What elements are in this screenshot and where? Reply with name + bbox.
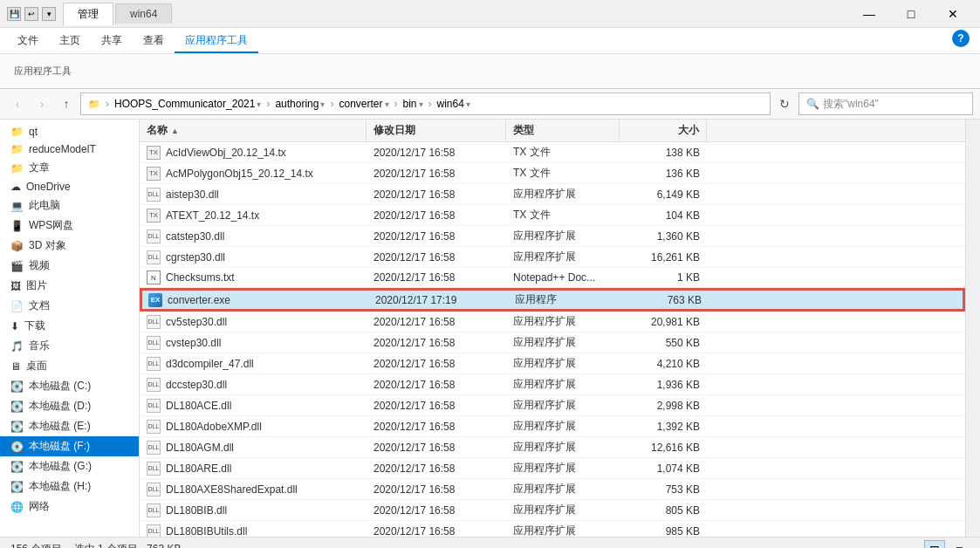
table-row[interactable]: TX AcIdViewObj_20.12_14.tx 2020/12/17 16… xyxy=(140,142,965,163)
table-row[interactable]: DLL cgrstep30.dll 2020/12/17 16:58 应用程序扩… xyxy=(140,247,965,268)
table-row[interactable]: DLL DL180ARE.dll 2020/12/17 16:58 应用程序扩展… xyxy=(140,458,965,479)
back-button[interactable]: ‹ xyxy=(7,93,28,114)
sidebar-item-14[interactable]: 💽本地磁盘 (D:) xyxy=(0,396,139,416)
table-row[interactable]: DLL catstep30.dll 2020/12/17 16:58 应用程序扩… xyxy=(140,226,965,247)
sidebar-item-13[interactable]: 💽本地磁盘 (C:) xyxy=(0,376,139,396)
table-row[interactable]: DLL DL180AGM.dll 2020/12/17 16:58 应用程序扩展… xyxy=(140,437,965,458)
cell-name-17: DLL DL180BIB.dll xyxy=(140,501,367,520)
address-win64-label: win64 xyxy=(437,98,464,110)
table-row[interactable]: DLL cv5step30.dll 2020/12/17 16:58 应用程序扩… xyxy=(140,312,965,332)
forward-button[interactable]: › xyxy=(31,93,52,114)
sidebar-item-19[interactable]: 🌐网络 xyxy=(0,497,139,517)
quick-access-icon-1[interactable]: 💾 xyxy=(7,7,21,21)
address-converter-arrow: ▾ xyxy=(385,99,389,109)
table-row[interactable]: N Checksums.txt 2020/12/17 16:58 Notepad… xyxy=(140,268,965,288)
table-row[interactable]: DLL d3dcompiler_47.dll 2020/12/17 16:58 … xyxy=(140,353,965,374)
minimize-button[interactable]: — xyxy=(849,0,889,28)
dll-icon: DLL xyxy=(147,483,161,497)
sidebar-item-4[interactable]: 💻此电脑 xyxy=(0,195,139,216)
sidebar-item-0[interactable]: 📁qt xyxy=(0,123,139,140)
notepad-icon: N xyxy=(147,271,161,284)
up-button[interactable]: ↑ xyxy=(56,93,77,114)
ribbon-tab-share[interactable]: 共享 xyxy=(91,30,133,53)
table-row[interactable]: DLL DL180BIBUtils.dll 2020/12/17 16:58 应… xyxy=(140,521,965,537)
sidebar-item-18[interactable]: 💽本地磁盘 (H:) xyxy=(0,476,139,497)
table-row[interactable]: DLL aistep30.dll 2020/12/17 16:58 应用程序扩展… xyxy=(140,184,965,205)
grid-view-button[interactable]: ⊞ xyxy=(924,540,945,549)
header-size[interactable]: 大小 xyxy=(620,120,707,141)
sort-arrow: ▲ xyxy=(171,127,179,135)
file-name-14: DL180AGM.dll xyxy=(166,442,234,454)
sidebar-item-16[interactable]: 💽本地磁盘 (F:) xyxy=(0,436,139,456)
refresh-button[interactable]: ↻ xyxy=(774,93,795,114)
sidebar-item-10[interactable]: ⬇下载 xyxy=(0,316,139,336)
cell-date-9: 2020/12/17 16:58 xyxy=(367,334,506,352)
sidebar-item-label-15: 本地磁盘 (E:) xyxy=(29,419,91,434)
dll-icon: DLL xyxy=(147,315,161,329)
sidebar-item-2[interactable]: 📁文章 xyxy=(0,158,139,178)
sidebar-item-8[interactable]: 🖼图片 xyxy=(0,276,139,296)
table-row[interactable]: DLL dccstep30.dll 2020/12/17 16:58 应用程序扩… xyxy=(140,374,965,395)
table-row[interactable]: DLL DL180BIB.dll 2020/12/17 16:58 应用程序扩展… xyxy=(140,500,965,521)
help-button[interactable]: ? xyxy=(952,30,970,47)
sidebar-item-12[interactable]: 🖥桌面 xyxy=(0,356,139,376)
sidebar-item-1[interactable]: 📁reduceModelT xyxy=(0,140,139,158)
address-hoops-arrow: ▾ xyxy=(257,99,261,109)
table-row[interactable]: EX converter.exe 2020/12/17 17:19 应用程序 7… xyxy=(140,288,965,312)
list-view-button[interactable]: ≡ xyxy=(949,540,970,549)
sidebar-item-icon-3: ☁ xyxy=(10,181,21,193)
sidebar-item-label-3: OneDrive xyxy=(26,181,71,193)
header-date[interactable]: 修改日期 xyxy=(367,120,506,141)
search-box[interactable]: 🔍 搜索"win64" xyxy=(798,92,973,115)
address-segment-root: 📁 xyxy=(88,99,100,110)
txt-icon: TX xyxy=(147,146,161,160)
quick-access-dropdown[interactable]: ▾ xyxy=(42,7,56,21)
table-row[interactable]: TX ATEXT_20.12_14.tx 2020/12/17 16:58 TX… xyxy=(140,205,965,226)
sidebar-item-11[interactable]: 🎵音乐 xyxy=(0,336,139,356)
txt-icon: TX xyxy=(147,209,161,223)
table-row[interactable]: DLL cvstep30.dll 2020/12/17 16:58 应用程序扩展… xyxy=(140,332,965,353)
file-name-17: DL180BIB.dll xyxy=(166,504,227,517)
ribbon-tab-home[interactable]: 主页 xyxy=(49,30,91,53)
title-tab-win64[interactable]: win64 xyxy=(115,3,172,24)
sidebar-item-9[interactable]: 📄文档 xyxy=(0,296,139,316)
table-row[interactable]: DLL DL180AdobeXMP.dll 2020/12/17 16:58 应… xyxy=(140,416,965,437)
address-win64[interactable]: win64 ▾ xyxy=(437,98,470,110)
sidebar-item-17[interactable]: 💽本地磁盘 (G:) xyxy=(0,456,139,476)
file-name-3: ATEXT_20.12_14.tx xyxy=(166,209,259,222)
file-rows: TX AcIdViewObj_20.12_14.tx 2020/12/17 16… xyxy=(140,142,965,537)
ribbon-tab-view[interactable]: 查看 xyxy=(133,30,175,53)
close-button[interactable]: ✕ xyxy=(933,0,973,28)
quick-access-icon-2[interactable]: ↩ xyxy=(24,7,38,21)
sidebar-item-15[interactable]: 💽本地磁盘 (E:) xyxy=(0,416,139,436)
header-type[interactable]: 类型 xyxy=(506,120,620,141)
ribbon-tab-app-tools[interactable]: 应用程序工具 xyxy=(175,30,258,53)
dll-icon: DLL xyxy=(147,524,161,538)
cell-date-2: 2020/12/17 16:58 xyxy=(367,186,506,203)
table-row[interactable]: DLL DL180ACE.dll 2020/12/17 16:58 应用程序扩展… xyxy=(140,395,965,416)
address-hoops[interactable]: HOOPS_Communicator_2021 ▾ xyxy=(114,98,261,110)
sidebar-item-7[interactable]: 🎬视频 xyxy=(0,256,139,276)
header-size-label: 大小 xyxy=(678,123,699,138)
scrollbar[interactable] xyxy=(965,120,980,537)
sidebar-item-3[interactable]: ☁OneDrive xyxy=(0,178,139,195)
sidebar-item-icon-13: 💽 xyxy=(10,380,24,393)
address-converter[interactable]: converter ▾ xyxy=(339,98,388,110)
header-name[interactable]: 名称 ▲ xyxy=(140,120,367,141)
table-row[interactable]: TX AcMPolygonObj15_20.12_14.tx 2020/12/1… xyxy=(140,163,965,184)
address-authoring[interactable]: authoring ▾ xyxy=(275,98,325,110)
file-name-7: converter.exe xyxy=(168,294,230,306)
ribbon-tab-file[interactable]: 文件 xyxy=(7,30,49,53)
sidebar-item-label-14: 本地磁盘 (D:) xyxy=(29,399,91,414)
sidebar-item-6[interactable]: 📦3D 对象 xyxy=(0,236,139,256)
title-tab-guanli[interactable]: 管理 xyxy=(63,3,113,25)
maximize-button[interactable]: □ xyxy=(891,0,931,28)
cell-type-1: TX 文件 xyxy=(506,163,620,183)
table-row[interactable]: DLL DL180AXE8SharedExpat.dll 2020/12/17 … xyxy=(140,479,965,500)
address-bin[interactable]: bin ▾ xyxy=(403,98,423,110)
cell-date-1: 2020/12/17 16:58 xyxy=(367,165,506,182)
sidebar-item-5[interactable]: 📱WPS网盘 xyxy=(0,216,139,236)
title-bar-quick-access: 💾 ↩ ▾ xyxy=(7,7,56,21)
header-date-label: 修改日期 xyxy=(373,123,415,138)
address-bar[interactable]: 📁 › HOOPS_Communicator_2021 ▾ › authorin… xyxy=(80,92,771,115)
